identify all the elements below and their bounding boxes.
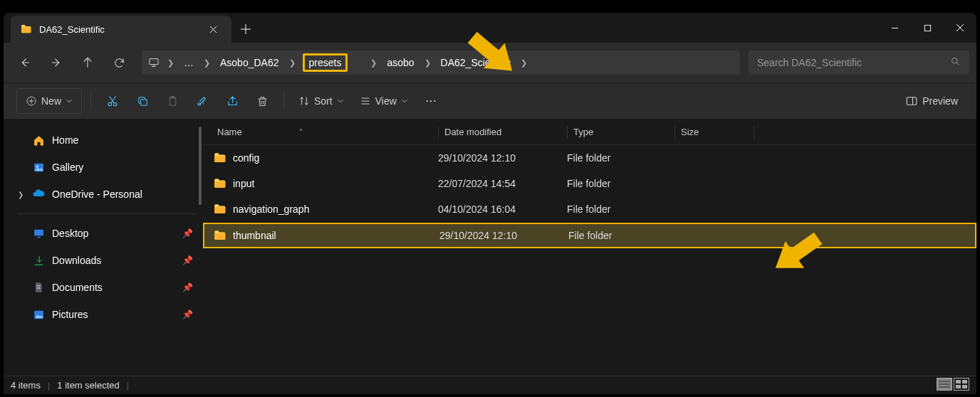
maximize-button[interactable]	[911, 13, 944, 43]
pin-icon: 📌	[182, 228, 193, 238]
breadcrumb-segment[interactable]: asobo	[384, 54, 417, 71]
svg-rect-21	[962, 380, 967, 383]
file-name: config	[233, 152, 259, 164]
sidebar-item-home[interactable]: Home	[14, 127, 200, 154]
more-button[interactable]	[418, 88, 444, 114]
nav-bar: ❯ … ❯ Asobo_DA62 ❯ presets ❯ asobo ❯ DA6…	[4, 43, 976, 83]
file-date: 29/10/2024 12:10	[439, 230, 568, 241]
sidebar-item-documents[interactable]: Documents 📌	[14, 274, 200, 301]
sort-ascending-icon: ˄	[299, 128, 303, 136]
separator: |	[127, 380, 129, 391]
breadcrumb-ellipsis[interactable]: …	[181, 54, 197, 71]
copy-button[interactable]	[130, 88, 155, 114]
folder-icon	[213, 177, 226, 190]
svg-rect-20	[956, 380, 961, 383]
back-button[interactable]	[11, 48, 39, 77]
breadcrumb-segment[interactable]: DA62_Scientific	[438, 54, 514, 71]
address-bar[interactable]: ❯ … ❯ Asobo_DA62 ❯ presets ❯ asobo ❯ DA6…	[142, 51, 740, 75]
documents-icon	[32, 281, 45, 294]
svg-text:I: I	[203, 100, 204, 105]
sidebar-item-pictures[interactable]: Pictures 📌	[14, 301, 200, 328]
column-header-name[interactable]: Name ˄	[203, 127, 438, 137]
sidebar: Home Gallery ❯ OneDrive - Personal Deskt…	[4, 120, 203, 376]
file-row[interactable]: input22/07/2024 14:54File folder	[203, 171, 976, 196]
preview-button-label: Preview	[922, 95, 958, 107]
up-button[interactable]	[73, 48, 102, 77]
tab-close-button[interactable]	[203, 19, 223, 39]
breadcrumb-segment[interactable]: Asobo_DA62	[217, 54, 282, 71]
column-header-size[interactable]: Size	[675, 127, 754, 137]
status-bar: 4 items | 1 item selected |	[4, 376, 976, 394]
sort-button[interactable]: Sort	[293, 88, 350, 114]
view-mode-toggles	[937, 378, 969, 393]
svg-rect-6	[140, 99, 147, 105]
desktop-icon	[32, 227, 45, 240]
file-list: Name ˄ Date modified Type Size config29/…	[203, 120, 976, 376]
svg-point-11	[430, 100, 432, 102]
chevron-right-icon[interactable]: ❯	[286, 58, 298, 68]
separator	[754, 126, 754, 139]
chevron-right-icon[interactable]: ❯	[18, 191, 24, 198]
chevron-right-icon[interactable]: ❯	[201, 58, 213, 68]
close-button[interactable]	[944, 13, 976, 43]
svg-point-15	[36, 165, 38, 167]
new-button[interactable]: New	[16, 88, 82, 114]
cut-button[interactable]	[100, 88, 125, 114]
sort-button-label: Sort	[314, 95, 333, 107]
rename-button[interactable]: I	[189, 88, 215, 114]
svg-rect-13	[907, 97, 917, 105]
refresh-button[interactable]	[105, 48, 133, 77]
sidebar-item-label: Downloads	[52, 255, 101, 266]
file-row[interactable]: thumbnail29/10/2024 12:10File folder	[203, 223, 976, 248]
forward-button[interactable]	[42, 48, 71, 77]
sidebar-scrollbar[interactable]	[199, 127, 202, 205]
separator	[283, 92, 284, 110]
thumbnails-view-toggle[interactable]	[954, 378, 969, 393]
chevron-right-icon[interactable]: ❯	[368, 58, 380, 68]
file-date: 04/10/2024 16:04	[438, 203, 567, 215]
svg-rect-16	[34, 229, 43, 235]
separator: |	[48, 380, 50, 391]
column-header-date[interactable]: Date modified	[439, 127, 567, 137]
onedrive-icon	[32, 188, 45, 201]
pin-icon: 📌	[182, 282, 193, 292]
file-date: 22/07/2024 14:54	[438, 178, 567, 189]
sidebar-item-label: Home	[52, 134, 78, 146]
sidebar-item-desktop[interactable]: Desktop 📌	[14, 220, 200, 247]
sidebar-item-label: Gallery	[52, 162, 83, 173]
file-type: File folder	[567, 152, 674, 164]
pin-icon: 📌	[182, 309, 193, 319]
view-button[interactable]: View	[354, 88, 414, 114]
preview-button[interactable]: Preview	[900, 88, 964, 114]
folder-icon	[213, 203, 226, 216]
chevron-right-icon[interactable]: ❯	[422, 58, 434, 68]
column-header-label: Date modified	[439, 127, 501, 137]
tab-current[interactable]: DA62_Scientific	[11, 16, 231, 43]
separator	[90, 92, 91, 110]
breadcrumb-segment-highlighted[interactable]: presets	[303, 53, 348, 72]
new-button-label: New	[41, 95, 61, 107]
folder-icon	[19, 23, 32, 36]
file-date: 29/10/2024 12:10	[438, 152, 567, 164]
column-header-label: Name	[217, 127, 242, 137]
paste-button[interactable]	[160, 88, 185, 114]
sidebar-item-gallery[interactable]: Gallery	[14, 154, 200, 181]
details-view-toggle[interactable]	[937, 378, 952, 393]
file-name: input	[233, 178, 254, 189]
chevron-right-icon[interactable]: ❯	[518, 58, 530, 68]
chevron-right-icon[interactable]: ❯	[165, 58, 177, 68]
toolbar: New I Sort View Preview	[4, 83, 976, 120]
file-row[interactable]: config29/10/2024 12:10File folder	[203, 145, 976, 171]
search-input[interactable]: Search DA62_Scientific	[749, 51, 969, 75]
new-tab-button[interactable]	[231, 16, 260, 43]
column-header-type[interactable]: Type	[568, 127, 674, 137]
delete-button[interactable]	[249, 88, 275, 114]
minimize-button[interactable]	[878, 13, 911, 43]
sidebar-item-onedrive[interactable]: ❯ OneDrive - Personal	[14, 181, 200, 208]
file-row[interactable]: navigation_graph04/10/2024 16:04File fol…	[203, 196, 976, 222]
gallery-icon	[32, 161, 45, 174]
sidebar-item-downloads[interactable]: Downloads 📌	[14, 247, 200, 274]
share-button[interactable]	[219, 88, 245, 114]
svg-rect-23	[962, 385, 967, 388]
file-name: thumbnail	[233, 230, 276, 241]
